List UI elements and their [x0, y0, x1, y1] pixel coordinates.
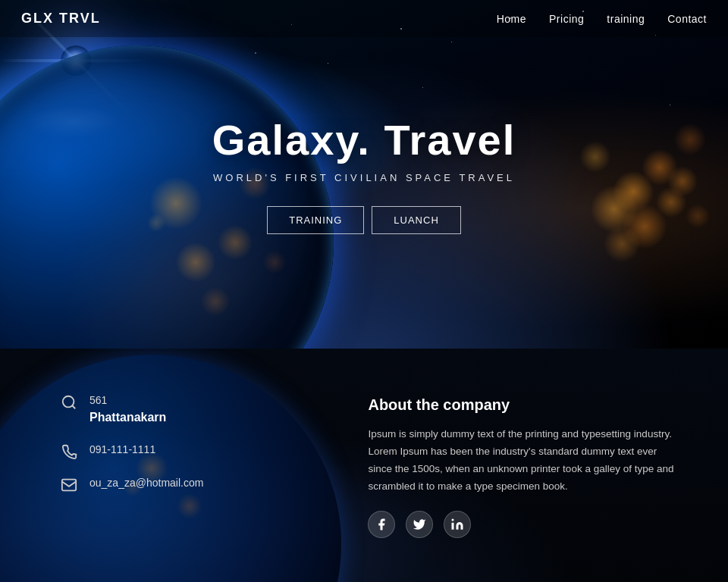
address-line1: 561	[89, 394, 107, 406]
training-button[interactable]: TRAINING	[267, 206, 364, 234]
svg-rect-2	[62, 480, 76, 491]
twitter-icon[interactable]	[406, 511, 433, 538]
nav-links: Home Pricing training Contact	[497, 12, 707, 26]
email-icon	[61, 477, 77, 493]
about-text: Ipsum is simply dummy text of the printi…	[368, 426, 682, 496]
footer-section: 561 Phattanakarn 091-111-1111	[0, 349, 728, 582]
nav-contact[interactable]: Contact	[667, 13, 707, 25]
social-icons	[368, 511, 682, 538]
svg-point-3	[452, 518, 454, 521]
launch-button[interactable]: LUANCH	[372, 206, 460, 234]
svg-point-0	[63, 396, 74, 408]
nav-training[interactable]: training	[607, 13, 645, 25]
email-text: ou_za_za@hotmail.com	[89, 475, 203, 491]
hero-title: Galaxy. Travel	[212, 115, 516, 164]
footer-content: 561 Phattanakarn 091-111-1111	[0, 362, 728, 568]
footer-contact-info: 561 Phattanakarn 091-111-1111	[30, 393, 322, 538]
linkedin-icon[interactable]	[444, 511, 471, 538]
hero-subtitle: WORLD'S FIRST CIVILIAN SPACE TRAVEL	[212, 172, 516, 183]
hero-section: Galaxy. Travel WORLD'S FIRST CIVILIAN SP…	[0, 0, 728, 349]
location-icon	[61, 394, 77, 411]
nav-logo: GLX TRVL	[21, 11, 101, 27]
svg-line-1	[72, 405, 75, 408]
phone-item: 091-111-1111	[61, 442, 322, 460]
address-item: 561 Phattanakarn	[61, 393, 322, 427]
hero-content: Galaxy. Travel WORLD'S FIRST CIVILIAN SP…	[212, 115, 516, 234]
navbar: GLX TRVL Home Pricing training Contact	[0, 0, 728, 37]
address-line2: Phattanakarn	[89, 408, 166, 427]
nav-home[interactable]: Home	[497, 13, 526, 25]
phone-text: 091-111-1111	[89, 442, 155, 458]
phone-icon	[61, 443, 77, 460]
nav-pricing[interactable]: Pricing	[549, 13, 584, 25]
hero-buttons: TRAINING LUANCH	[212, 206, 516, 234]
email-item: ou_za_za@hotmail.com	[61, 475, 322, 493]
address-text: 561 Phattanakarn	[89, 393, 166, 427]
facebook-icon[interactable]	[368, 511, 395, 538]
about-title: About the company	[368, 396, 682, 414]
footer-about: About the company Ipsum is simply dummy …	[368, 393, 682, 538]
